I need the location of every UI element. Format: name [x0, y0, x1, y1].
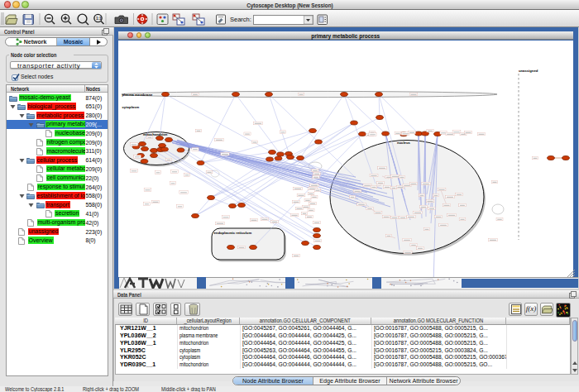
svg-text:unassigned: unassigned [519, 69, 538, 73]
svg-text:plasma membrane: plasma membrane [122, 93, 153, 97]
svg-text:cytoplasm: cytoplasm [122, 105, 140, 109]
svg-text:endoplasmic reticulum: endoplasmic reticulum [214, 231, 252, 235]
svg-text:Search:: Search: [230, 16, 251, 23]
svg-text:1:1: 1:1 [96, 17, 102, 21]
svg-text:mitochondrion: mitochondrion [143, 132, 168, 136]
svg-text:nucleus: nucleus [397, 141, 410, 145]
